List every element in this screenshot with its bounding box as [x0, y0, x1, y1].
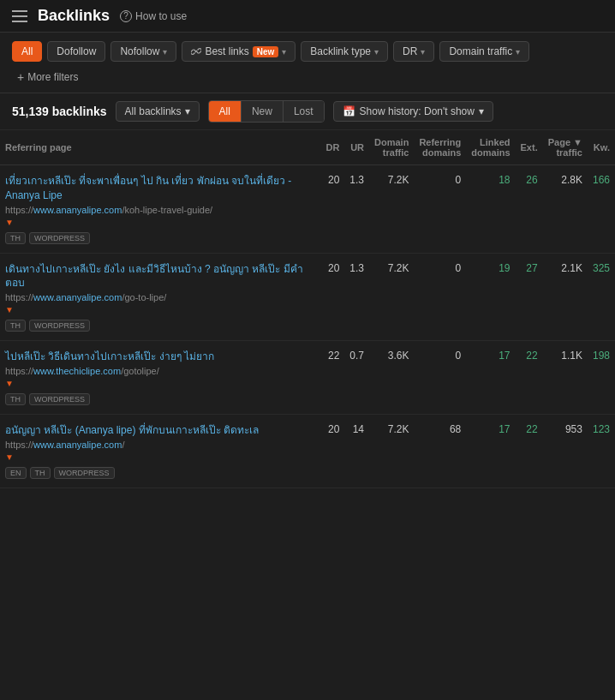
kw-cell: 325 — [588, 253, 615, 341]
filter-best-links-btn[interactable]: Best links New ▾ — [182, 41, 296, 62]
referring-domains-cell: 0 — [414, 341, 466, 415]
referring-page-cell: อนัญญา หลีเป๊ะ (Ananya lipe) ที่พักบนเกา… — [0, 414, 320, 488]
filter-dofollow-btn[interactable]: Dofollow — [47, 41, 105, 62]
how-to-use-link[interactable]: ? How to use — [120, 10, 187, 22]
chevron-down-icon: ▾ — [163, 47, 167, 57]
url-domain[interactable]: www.ananyalipe.com — [33, 205, 122, 215]
col-page-traffic[interactable]: Page ▼traffic — [543, 130, 588, 165]
domain-traffic-cell: 7.2K — [369, 165, 414, 254]
expand-toggle[interactable]: ▼ — [5, 302, 315, 315]
domain-traffic-cell: 7.2K — [369, 253, 414, 341]
tag-item: TH — [5, 232, 26, 244]
table-row: อนัญญา หลีเป๊ะ (Ananya lipe) ที่พักบนเกา… — [0, 414, 615, 488]
table-row: เที่ยวเกาะหลีเป๊ะ ที่จะพาเพื่อนๆ ไป กิน … — [0, 165, 615, 254]
table-row: เดินทางไปเกาะหลีเป๊ะ ยังไง และมีวิธีไหนบ… — [0, 253, 615, 341]
url-domain[interactable]: www.ananyalipe.com — [33, 440, 122, 450]
kw-cell: 198 — [588, 341, 615, 415]
ext-cell: 27 — [516, 253, 543, 341]
chevron-down-icon: ▾ — [282, 47, 286, 57]
col-kw[interactable]: Kw. — [588, 130, 615, 165]
linked-domains-cell: 19 — [466, 253, 515, 341]
url-domain[interactable]: www.thechiclipe.com — [33, 366, 121, 376]
referring-domains-cell: 0 — [414, 253, 466, 341]
page-traffic-cell: 1.1K — [543, 341, 588, 415]
hamburger-menu[interactable] — [12, 10, 27, 22]
more-filters-btn[interactable]: + More filters — [12, 67, 84, 87]
filter-backlink-type-btn[interactable]: Backlink type ▾ — [301, 41, 388, 62]
col-dr[interactable]: DR — [320, 130, 344, 165]
page-title-link[interactable]: อนัญญา หลีเป๊ะ (Ananya lipe) ที่พักบนเกา… — [5, 424, 259, 436]
tag-item: WORDPRESS — [29, 393, 90, 405]
tag-item: WORDPRESS — [54, 467, 115, 479]
show-history-btn[interactable]: 📅 Show history: Don't show ▾ — [333, 101, 493, 122]
ext-cell: 22 — [516, 414, 543, 488]
tag-list: THWORDPRESS — [5, 320, 315, 332]
page-url: https://www.ananyalipe.com/go-to-lipe/ — [5, 292, 315, 302]
filter-dr-btn[interactable]: DR ▾ — [393, 41, 434, 62]
page-title-link[interactable]: เดินทางไปเกาะหลีเป๊ะ ยังไง และมีวิธีไหนบ… — [5, 263, 303, 290]
expand-toggle[interactable]: ▼ — [5, 376, 315, 389]
col-referring-domains[interactable]: Referringdomains — [414, 130, 466, 165]
filter-domain-traffic-btn[interactable]: Domain traffic ▾ — [439, 41, 529, 62]
url-domain[interactable]: www.ananyalipe.com — [33, 292, 122, 302]
domain-traffic-cell: 7.2K — [369, 414, 414, 488]
page-traffic-cell: 2.1K — [543, 253, 588, 341]
referring-page-cell: ไปหลีเป๊ะ วิธีเดินทางไปเกาะหลีเป๊ะ ง่ายๆ… — [0, 341, 320, 415]
ur-cell: 14 — [344, 414, 369, 488]
col-ur[interactable]: UR — [344, 130, 369, 165]
page-title: Backlinks — [38, 7, 110, 25]
tag-item: TH — [5, 320, 26, 332]
filter-nofollow-btn[interactable]: Nofollow ▾ — [110, 41, 176, 62]
backlinks-table-container: Referring page DR UR Domaintraffic Refer… — [0, 130, 615, 488]
backlinks-count: 51,139 backlinks — [12, 105, 107, 118]
referring-domains-cell: 0 — [414, 165, 466, 254]
kw-cell: 123 — [588, 414, 615, 488]
expand-toggle[interactable]: ▼ — [5, 450, 315, 463]
table-header-row: Referring page DR UR Domaintraffic Refer… — [0, 130, 615, 165]
chevron-down-icon[interactable]: ▼ — [5, 379, 14, 388]
chevron-down-icon: ▾ — [185, 105, 190, 117]
page-title-link[interactable]: ไปหลีเป๊ะ วิธีเดินทางไปเกาะหลีเป๊ะ ง่ายๆ… — [5, 350, 214, 362]
ext-cell: 26 — [516, 165, 543, 254]
chevron-down-icon: ▾ — [516, 47, 520, 57]
kw-cell: 166 — [588, 165, 615, 254]
tab-new[interactable]: New — [242, 101, 284, 122]
tag-item: WORDPRESS — [29, 232, 90, 244]
linked-domains-cell: 17 — [466, 341, 515, 415]
dr-cell: 20 — [320, 414, 344, 488]
link-icon — [191, 46, 201, 57]
calendar-icon: 📅 — [343, 105, 355, 117]
chevron-down-icon[interactable]: ▼ — [5, 305, 14, 314]
referring-page-cell: เที่ยวเกาะหลีเป๊ะ ที่จะพาเพื่อนๆ ไป กิน … — [0, 165, 320, 254]
dr-cell: 22 — [320, 341, 344, 415]
filter-all-btn[interactable]: All — [12, 41, 42, 62]
col-linked-domains[interactable]: Linkeddomains — [466, 130, 515, 165]
tab-all[interactable]: All — [209, 101, 242, 122]
domain-traffic-cell: 3.6K — [369, 341, 414, 415]
filter-bar: All Dofollow Nofollow ▾ Best links New ▾… — [0, 33, 615, 93]
chevron-down-icon[interactable]: ▼ — [5, 452, 14, 462]
all-backlinks-dropdown[interactable]: All backlinks ▾ — [116, 101, 200, 122]
page-url: https://www.thechiclipe.com/gotolipe/ — [5, 366, 315, 376]
page-url: https://www.ananyalipe.com/koh-lipe-trav… — [5, 205, 315, 215]
ur-cell: 0.7 — [344, 341, 369, 415]
col-referring-page[interactable]: Referring page — [0, 130, 320, 165]
tab-lost[interactable]: Lost — [284, 101, 324, 122]
tag-item: WORDPRESS — [29, 320, 90, 332]
chevron-down-icon[interactable]: ▼ — [5, 218, 14, 227]
dr-cell: 20 — [320, 165, 344, 254]
page-url: https://www.ananyalipe.com/ — [5, 440, 315, 450]
app-header: Backlinks ? How to use — [0, 0, 615, 33]
chevron-down-icon: ▾ — [421, 47, 425, 57]
backlinks-summary-row: 51,139 backlinks All backlinks ▾ All New… — [0, 93, 615, 130]
col-domain-traffic[interactable]: Domaintraffic — [369, 130, 414, 165]
expand-toggle[interactable]: ▼ — [5, 215, 315, 228]
ur-cell: 1.3 — [344, 165, 369, 254]
col-ext[interactable]: Ext. — [516, 130, 543, 165]
plus-icon: + — [17, 70, 24, 84]
referring-domains-cell: 68 — [414, 414, 466, 488]
chevron-down-icon: ▾ — [374, 47, 379, 57]
page-title-link[interactable]: เที่ยวเกาะหลีเป๊ะ ที่จะพาเพื่อนๆ ไป กิน … — [5, 175, 291, 201]
tag-item: TH — [30, 467, 51, 479]
linked-domains-cell: 17 — [466, 414, 515, 488]
